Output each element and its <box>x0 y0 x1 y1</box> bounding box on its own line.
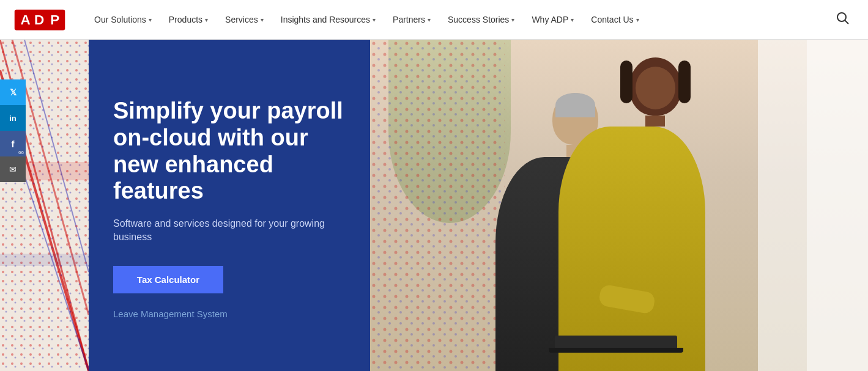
svg-line-5 <box>845 20 848 24</box>
hero-image-area <box>370 40 868 371</box>
chevron-down-icon: ▾ <box>261 17 264 23</box>
nav-success-stories[interactable]: Success Stories ▾ <box>439 0 523 40</box>
person2 <box>606 57 705 371</box>
nav-insights[interactable]: Insights and Resources ▾ <box>272 0 384 40</box>
social-sidebar: 𝕏 in f 66 ✉ <box>0 79 26 182</box>
main-nav: Our Solutions ▾ Products ▾ Services ▾ In… <box>86 0 830 40</box>
chevron-down-icon: ▾ <box>636 17 639 23</box>
chevron-down-icon: ▾ <box>205 17 208 23</box>
svg-text:D: D <box>34 12 44 28</box>
header: A D P Our Solutions ▾ Products ▾ Service… <box>0 0 868 40</box>
nav-contact-us[interactable]: Contact Us ▾ <box>582 0 647 40</box>
leave-management-link[interactable]: Leave Management System <box>113 309 346 319</box>
chevron-down-icon: ▾ <box>428 17 431 23</box>
tax-calculator-button[interactable]: Tax Calculator <box>113 266 223 293</box>
svg-text:A: A <box>21 12 31 28</box>
search-button[interactable] <box>830 12 856 28</box>
chevron-down-icon: ▾ <box>149 17 152 23</box>
linkedin-share-button[interactable]: in <box>0 105 26 131</box>
nav-services[interactable]: Services ▾ <box>217 0 272 40</box>
facebook-count: 66 <box>18 150 24 155</box>
nav-partners[interactable]: Partners ▾ <box>384 0 439 40</box>
nav-our-solutions[interactable]: Our Solutions ▾ <box>86 0 160 40</box>
laptop <box>555 336 683 353</box>
hero-title: Simplify your payroll on-cloud with our … <box>113 98 346 205</box>
adp-logo-svg: A D P <box>12 6 67 34</box>
logo[interactable]: A D P <box>12 6 67 34</box>
twitter-icon: 𝕏 <box>10 87 17 97</box>
svg-text:P: P <box>50 12 59 28</box>
email-share-button[interactable]: ✉ <box>0 156 26 182</box>
linkedin-icon: in <box>9 114 17 123</box>
nav-why-adp[interactable]: Why ADP ▾ <box>523 0 582 40</box>
chevron-down-icon: ▾ <box>373 17 376 23</box>
chevron-down-icon: ▾ <box>571 17 574 23</box>
twitter-share-button[interactable]: 𝕏 <box>0 79 26 105</box>
people-group <box>419 53 819 371</box>
search-icon <box>836 12 850 25</box>
hero-section: Simplify your payroll on-cloud with our … <box>0 40 868 371</box>
facebook-icon: f <box>12 139 15 149</box>
nav-products[interactable]: Products ▾ <box>160 0 217 40</box>
chevron-down-icon: ▾ <box>511 17 514 23</box>
svg-point-4 <box>837 13 846 21</box>
facebook-share-button[interactable]: f 66 <box>0 131 26 156</box>
svg-rect-16 <box>0 254 89 266</box>
hero-content-panel: Simplify your payroll on-cloud with our … <box>89 40 370 371</box>
hero-subtitle: Software and services designed for your … <box>113 217 346 244</box>
email-icon: ✉ <box>9 164 17 174</box>
